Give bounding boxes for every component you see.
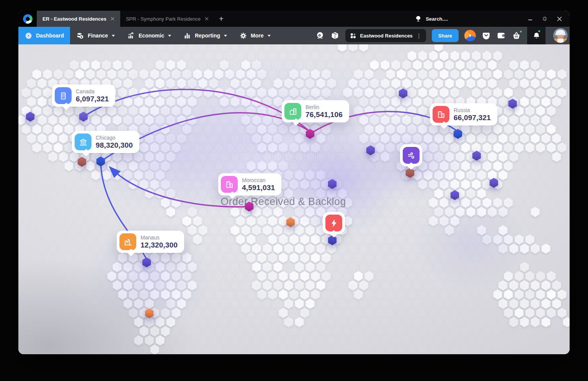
nav-item-dashboard[interactable]: Dashboard [18, 27, 70, 44]
map-marker[interactable] [306, 129, 315, 139]
map-marker[interactable] [508, 99, 517, 109]
map-badge-wind[interactable] [400, 144, 422, 166]
map-marker[interactable] [454, 129, 462, 139]
camera-icon[interactable] [315, 31, 325, 40]
map-marker[interactable] [245, 202, 254, 212]
window-controls [524, 11, 570, 27]
brand-logo-icon [23, 14, 33, 24]
location-value: 76,541,106 [305, 111, 343, 119]
bank-icon [75, 134, 91, 150]
new-tab-button[interactable]: + [214, 11, 228, 27]
search-input[interactable]: Search.... [415, 11, 448, 27]
bar-chart-icon [183, 32, 191, 40]
brand-logo[interactable] [18, 11, 37, 27]
map-marker[interactable] [26, 112, 35, 122]
tab-bar: ER - Eastwood Residences SPR - Symphony … [18, 11, 570, 27]
map-marker[interactable] [366, 145, 375, 155]
location-name: Canada [76, 88, 109, 94]
map-marker[interactable] [286, 217, 295, 227]
world-map: Order Received & Backlog [18, 44, 570, 354]
tab-label: SPR - Symphony Park Residence [126, 16, 201, 22]
globe-search-icon [415, 15, 422, 23]
map-marker[interactable] [399, 88, 408, 98]
lightning-icon [325, 215, 342, 231]
nav-item-label: Economic [139, 33, 164, 39]
restore-button[interactable] [539, 13, 550, 24]
user-menu[interactable] [551, 27, 570, 44]
flash-app-icon[interactable] [464, 30, 476, 41]
city-building-icon [119, 233, 136, 250]
package-icon[interactable] [330, 31, 340, 40]
nav-item-label: More [251, 33, 263, 39]
map-marker[interactable] [406, 168, 415, 178]
location-card-berlin[interactable]: Berlin 76,541,106 [282, 100, 349, 122]
close-icon[interactable] [205, 17, 209, 21]
map-marker[interactable] [490, 178, 498, 188]
map-marker[interactable] [78, 157, 87, 167]
avatar [553, 28, 568, 43]
location-card-moroccan[interactable]: Moroccan 4,591,031 [218, 173, 281, 195]
chevron-down-icon [268, 35, 271, 37]
kebab-icon[interactable]: ⋮ [416, 33, 422, 39]
wind-icon [403, 147, 420, 164]
nav-item-reporting[interactable]: Reporting [177, 27, 233, 44]
map-marker[interactable] [328, 179, 337, 189]
office-building-icon [55, 87, 72, 104]
close-window-button[interactable] [554, 13, 565, 24]
location-value: 98,320,300 [96, 141, 133, 150]
location-card-russia[interactable]: Russia 66,097,321 [430, 103, 497, 125]
tab-eastwood-residences[interactable]: ER - Eastwood Residences [37, 11, 120, 27]
notifications-button[interactable] [527, 27, 546, 44]
map-marker[interactable] [328, 235, 337, 245]
location-name: Berlin [305, 104, 343, 110]
gear-icon [239, 32, 247, 40]
svg-text:$: $ [80, 35, 82, 38]
building-icon [433, 106, 449, 123]
project-selector-label: Eastwood Residences [360, 33, 413, 39]
share-button[interactable]: Share [432, 29, 459, 42]
home-building-icon [284, 103, 301, 120]
connection-line [83, 90, 310, 132]
map-badge-lightning[interactable] [323, 212, 345, 234]
location-value: 12,320,300 [140, 241, 178, 249]
location-name: Moroccan [242, 177, 275, 183]
flash-icon [464, 30, 476, 41]
location-name: Russia [454, 107, 491, 113]
map-marker[interactable] [145, 308, 154, 318]
notification-dot [519, 30, 523, 33]
location-name: Chicago [96, 135, 133, 141]
nav-bar: Dashboard $ Finance Economic Reporti [18, 27, 570, 44]
location-value: 6,097,321 [76, 95, 109, 103]
tab-symphony-park[interactable]: SPR - Symphony Park Residence [120, 11, 214, 27]
nav-item-finance[interactable]: $ Finance [70, 27, 121, 44]
location-value: 4,591,031 [242, 184, 275, 192]
map-marker[interactable] [451, 190, 459, 200]
map-marker[interactable] [142, 257, 151, 267]
map-marker[interactable] [472, 151, 481, 161]
chevron-down-icon [112, 35, 115, 37]
nav-item-more[interactable]: More [233, 27, 276, 44]
project-selector[interactable]: Eastwood Residences ⋮ [345, 29, 426, 42]
basket-icon[interactable] [511, 31, 521, 41]
grid-icon [350, 32, 357, 39]
minimize-button[interactable] [524, 13, 536, 24]
building-icon [221, 176, 238, 193]
location-value: 66,097,321 [454, 114, 491, 122]
nav-item-label: Reporting [195, 33, 220, 39]
chevron-down-icon [224, 35, 227, 37]
nav-item-economic[interactable]: Economic [121, 27, 177, 44]
coins-icon: $ [76, 32, 84, 40]
location-card-chicago[interactable]: Chicago 98,320,300 [72, 131, 139, 153]
nav-items: Dashboard $ Finance Economic Reporti [18, 27, 277, 44]
map-marker[interactable] [96, 156, 105, 166]
search-label: Search.... [426, 16, 448, 22]
notification-dot [537, 29, 541, 33]
location-card-manaus[interactable]: Manaus 12,320,300 [117, 231, 184, 253]
location-name: Manaus [140, 234, 178, 241]
wallet-icon[interactable] [497, 31, 506, 40]
tab-label: ER - Eastwood Residences [42, 16, 106, 22]
map-marker[interactable] [79, 112, 88, 122]
close-icon[interactable] [111, 17, 114, 21]
pocket-icon[interactable] [482, 31, 491, 40]
location-card-canada[interactable]: Canada 6,097,321 [52, 85, 115, 107]
